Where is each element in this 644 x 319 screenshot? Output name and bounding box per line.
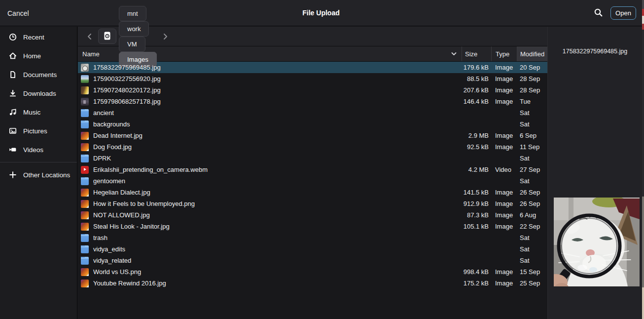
file-row-file[interactable]: World vs US.png998.4 kBImage15 Sep bbox=[78, 266, 547, 278]
home-icon bbox=[9, 52, 17, 60]
folder-icon bbox=[81, 245, 89, 253]
file-type: Image bbox=[491, 132, 517, 139]
file-modified: 26 Sep bbox=[517, 200, 547, 207]
breadcrumb-drive-button[interactable] bbox=[98, 29, 116, 44]
file-row-file[interactable]: 1759003227556920.jpg88.5 kBImage28 Sep bbox=[78, 73, 547, 84]
file-row-file[interactable]: ErikaIshii_pretending_on_camera.webm4.2 … bbox=[78, 164, 547, 175]
file-name: backgrounds bbox=[93, 120, 130, 128]
file-row-file[interactable]: Hegelian Dialect.jpg141.5 kBImage26 Sep bbox=[78, 187, 547, 198]
file-modified: 6 Sep bbox=[517, 132, 547, 139]
sidebar-item-music[interactable]: Music bbox=[1, 103, 75, 121]
file-size: 105.1 kB bbox=[462, 223, 491, 230]
sidebar-item-home[interactable]: Home bbox=[1, 46, 75, 65]
dialog-title: File Upload bbox=[0, 9, 642, 17]
file-type: Image bbox=[491, 98, 517, 105]
file-name: gentoomen bbox=[93, 177, 125, 185]
column-header-size[interactable]: Size bbox=[462, 46, 491, 61]
background-window-sliver bbox=[642, 0, 644, 319]
file-type: Image bbox=[491, 279, 517, 287]
file-modified: Sat bbox=[517, 177, 547, 185]
file-row-file[interactable]: 1759798068257178.jpg146.4 kBImageTue bbox=[78, 96, 547, 107]
file-size: 179.6 kB bbox=[462, 64, 491, 71]
thumbnail-dark-icon bbox=[81, 98, 89, 106]
picture-icon bbox=[9, 127, 17, 135]
file-chooser-dialog: Cancel File Upload Open RecentHomeDocume… bbox=[0, 0, 644, 319]
file-name: vidya_related bbox=[93, 257, 131, 264]
file-row-folder[interactable]: vidya_relatedSat bbox=[78, 255, 547, 266]
chevron-down-icon bbox=[451, 52, 457, 56]
file-type: Image bbox=[491, 189, 517, 196]
file-name: ErikaIshii_pretending_on_camera.webm bbox=[93, 166, 208, 173]
file-size: 141.5 kB bbox=[462, 189, 491, 196]
file-name: NOT ALLOWED.jpg bbox=[93, 211, 150, 219]
image-file-icon bbox=[81, 211, 89, 219]
file-row-folder[interactable]: trashSat bbox=[78, 232, 547, 243]
search-icon bbox=[594, 8, 603, 19]
file-modified: 28 Sep bbox=[517, 75, 547, 82]
file-size: 998.4 kB bbox=[462, 268, 491, 276]
file-name: DPRK bbox=[93, 155, 111, 162]
file-row-file[interactable]: 1759072480220172.jpg207.6 kBImage28 Sep bbox=[78, 84, 547, 96]
image-file-icon bbox=[81, 189, 89, 197]
file-modified: Sat bbox=[517, 257, 547, 264]
file-name: ancient bbox=[93, 109, 114, 117]
file-size: 88.5 kB bbox=[462, 75, 491, 82]
column-header-modified[interactable]: Modified bbox=[517, 46, 547, 61]
file-modified: 27 Sep bbox=[517, 166, 547, 173]
file-row-folder[interactable]: gentoomenSat bbox=[78, 175, 547, 187]
places-sidebar: RecentHomeDocumentsDownloadsMusicPicture… bbox=[0, 27, 77, 319]
file-row-file[interactable]: Steal His Look - Janitor.jpg105.1 kBImag… bbox=[78, 221, 547, 232]
sidebar-item-label: Documents bbox=[23, 71, 57, 79]
file-name: 1759798068257178.jpg bbox=[93, 98, 161, 105]
chevron-right-icon[interactable] bbox=[159, 29, 172, 44]
file-size: 146.4 kB bbox=[462, 98, 491, 105]
file-size: 92.5 kB bbox=[462, 143, 491, 151]
file-row-file[interactable]: Dead Internet.jpg2.9 MBImage6 Sep bbox=[78, 130, 547, 141]
file-row-file[interactable]: How it Feels to be Unemployed.png912.9 k… bbox=[78, 198, 547, 209]
file-modified: Sat bbox=[517, 109, 547, 117]
file-type: Image bbox=[491, 143, 517, 151]
column-header-type[interactable]: Type bbox=[491, 46, 517, 61]
file-row-file[interactable]: Youtube Rewind 2016.jpg175.2 kBImage25 S… bbox=[78, 278, 547, 289]
video-camera-icon bbox=[9, 146, 17, 154]
sidebar-item-downloads[interactable]: Downloads bbox=[1, 84, 75, 103]
clock-icon bbox=[9, 33, 17, 41]
sidebar-item-label: Music bbox=[23, 109, 40, 116]
file-row-file[interactable]: 1758322975969485.jpg179.6 kBImage20 Sep bbox=[78, 62, 547, 73]
open-button[interactable]: Open bbox=[610, 6, 636, 20]
breadcrumb-mnt[interactable]: mnt bbox=[119, 6, 146, 21]
file-row-folder[interactable]: backgroundsSat bbox=[78, 119, 547, 130]
file-modified: 28 Sep bbox=[517, 86, 547, 94]
sidebar-item-other-locations[interactable]: Other Locations bbox=[1, 165, 75, 184]
file-modified: Tue bbox=[517, 98, 547, 105]
file-name: Steal His Look - Janitor.jpg bbox=[93, 223, 170, 230]
breadcrumb-work[interactable]: work bbox=[119, 21, 149, 37]
plus-icon bbox=[9, 171, 17, 179]
file-type: Video bbox=[491, 166, 517, 173]
sidebar-separator bbox=[0, 162, 77, 162]
chevron-left-icon[interactable] bbox=[83, 29, 96, 44]
file-type: Image bbox=[491, 223, 517, 230]
sidebar-item-pictures[interactable]: Pictures bbox=[1, 121, 75, 140]
preview-image bbox=[554, 198, 640, 286]
file-type: Image bbox=[491, 86, 517, 94]
file-row-folder[interactable]: DPRKSat bbox=[78, 153, 547, 164]
file-name: 1758322975969485.jpg bbox=[93, 64, 161, 71]
sidebar-item-label: Downloads bbox=[23, 90, 56, 97]
file-row-folder[interactable]: ancientSat bbox=[78, 107, 547, 119]
folder-icon bbox=[81, 109, 89, 117]
sidebar-item-recent[interactable]: Recent bbox=[1, 28, 75, 46]
search-button[interactable] bbox=[591, 6, 606, 21]
sidebar-item-label: Other Locations bbox=[23, 171, 70, 179]
sidebar-item-videos[interactable]: Videos bbox=[1, 140, 75, 159]
sidebar-item-label: Videos bbox=[23, 146, 43, 154]
column-header-name[interactable]: Name bbox=[78, 46, 462, 61]
file-row-file[interactable]: NOT ALLOWED.jpg87.3 kBImage6 Aug bbox=[78, 209, 547, 221]
file-row-file[interactable]: Dog Food.jpg92.5 kBImage11 Sep bbox=[78, 141, 547, 153]
folder-icon bbox=[81, 155, 89, 162]
file-row-folder[interactable]: vidya_editsSat bbox=[78, 243, 547, 255]
preview-pane: 1758322975969485.jpg bbox=[547, 27, 642, 319]
sidebar-item-documents[interactable]: Documents bbox=[1, 65, 75, 84]
file-name: 1759072480220172.jpg bbox=[93, 86, 161, 94]
thumbnail-anime-icon bbox=[81, 75, 89, 83]
